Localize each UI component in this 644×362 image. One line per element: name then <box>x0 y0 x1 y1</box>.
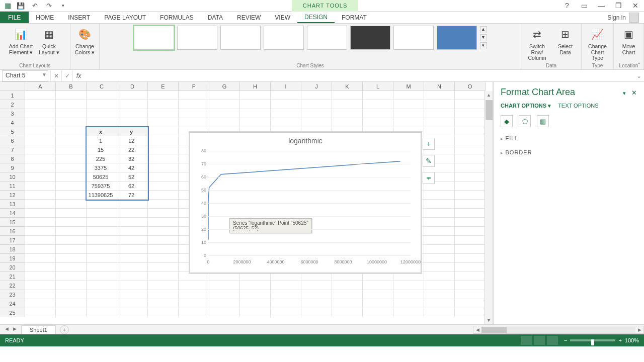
cell[interactable] <box>87 218 117 227</box>
cell[interactable] <box>87 281 117 290</box>
tab-home[interactable]: HOME <box>29 12 61 23</box>
cell[interactable] <box>148 118 179 127</box>
qat-customize-icon[interactable]: ▾ <box>57 0 68 11</box>
chart-style-1[interactable] <box>134 26 174 50</box>
scroll-right-icon[interactable]: ▶ <box>635 327 643 332</box>
style-gallery-expand[interactable]: ▾ <box>480 42 487 49</box>
cell[interactable] <box>455 163 486 172</box>
cell[interactable] <box>87 272 117 281</box>
cell[interactable] <box>87 109 117 118</box>
cell[interactable] <box>363 281 393 290</box>
cell[interactable] <box>179 100 209 109</box>
chart-style-5[interactable] <box>307 26 347 50</box>
cell[interactable] <box>332 109 363 118</box>
row-header[interactable]: 24 <box>0 299 25 308</box>
cell[interactable] <box>87 200 117 209</box>
cell[interactable] <box>455 227 486 236</box>
cell[interactable] <box>271 299 301 308</box>
cell[interactable] <box>179 109 209 118</box>
cell[interactable] <box>25 236 56 245</box>
tab-review[interactable]: REVIEW <box>230 12 268 23</box>
row-header[interactable]: 17 <box>0 236 25 245</box>
cell[interactable] <box>117 308 148 317</box>
cell[interactable] <box>363 290 393 299</box>
cell[interactable] <box>363 308 393 317</box>
cell[interactable] <box>56 308 87 317</box>
cell[interactable] <box>271 91 301 100</box>
scroll-left-icon[interactable]: ◀ <box>473 327 481 332</box>
cell[interactable] <box>117 281 148 290</box>
cell[interactable] <box>56 172 87 182</box>
column-header[interactable]: N <box>424 82 455 91</box>
row-header[interactable]: 12 <box>0 191 25 200</box>
normal-view-button[interactable] <box>521 336 532 345</box>
cell[interactable] <box>455 281 486 290</box>
cell[interactable] <box>148 191 179 200</box>
cell[interactable] <box>117 227 148 236</box>
cell[interactable] <box>25 127 56 136</box>
cell[interactable] <box>455 218 486 227</box>
cell[interactable] <box>301 100 332 109</box>
cell[interactable] <box>424 245 455 254</box>
sheet-tab[interactable]: Sheet1 <box>21 325 56 334</box>
cell[interactable] <box>56 163 87 172</box>
tab-data[interactable]: DATA <box>201 12 230 23</box>
cell[interactable] <box>424 290 455 299</box>
cell[interactable] <box>179 299 209 308</box>
cell[interactable] <box>455 200 486 209</box>
cell[interactable] <box>301 272 332 281</box>
cell[interactable] <box>393 118 424 127</box>
row-header[interactable]: 6 <box>0 136 25 145</box>
effects-icon[interactable]: ⬠ <box>519 115 531 127</box>
switch-row-column-button[interactable]: ⇄ Switch Row/ Column <box>525 26 550 61</box>
cell[interactable] <box>424 91 455 100</box>
cell[interactable] <box>393 290 424 299</box>
insert-function-icon[interactable]: fx <box>72 70 85 81</box>
select-data-button[interactable]: ⊞ Select Data <box>553 26 578 55</box>
row-header[interactable]: 19 <box>0 254 25 263</box>
cell[interactable] <box>332 299 363 308</box>
cell[interactable] <box>87 209 117 218</box>
cell[interactable] <box>209 100 240 109</box>
redo-icon[interactable]: ↷ <box>43 0 54 11</box>
undo-icon[interactable]: ↶ <box>29 0 40 11</box>
cell[interactable] <box>56 236 87 245</box>
cell[interactable] <box>148 136 179 145</box>
cell[interactable] <box>25 281 56 290</box>
tab-page-layout[interactable]: PAGE LAYOUT <box>97 12 153 23</box>
row-header[interactable]: 9 <box>0 163 25 172</box>
cell[interactable] <box>455 272 486 281</box>
cell[interactable] <box>87 227 117 236</box>
column-header[interactable]: J <box>301 82 332 91</box>
name-box[interactable]: Chart 5 ▼ <box>2 70 48 81</box>
cell[interactable] <box>56 281 87 290</box>
cell[interactable] <box>148 109 179 118</box>
cell[interactable] <box>87 100 117 109</box>
cell[interactable] <box>87 91 117 100</box>
cell[interactable] <box>455 182 486 191</box>
row-header[interactable]: 23 <box>0 290 25 299</box>
cell[interactable] <box>455 109 486 118</box>
column-header[interactable]: L <box>363 82 393 91</box>
formula-input[interactable] <box>85 70 634 81</box>
cell[interactable] <box>424 272 455 281</box>
collapse-ribbon-button[interactable]: ⌃ <box>637 62 641 67</box>
cell[interactable] <box>117 254 148 263</box>
cell[interactable] <box>25 109 56 118</box>
cell[interactable] <box>424 200 455 209</box>
sheet-nav-prev[interactable]: ◀ <box>3 326 10 333</box>
cell[interactable] <box>87 118 117 127</box>
cell[interactable] <box>25 154 56 163</box>
cell[interactable] <box>271 272 301 281</box>
chart-style-3[interactable] <box>220 26 261 50</box>
cell[interactable] <box>240 118 271 127</box>
ribbon-display-button[interactable]: ▭ <box>576 0 593 11</box>
cell[interactable] <box>455 118 486 127</box>
cell[interactable] <box>179 272 209 281</box>
cell[interactable] <box>301 118 332 127</box>
cell[interactable] <box>455 308 486 317</box>
cell[interactable] <box>455 91 486 100</box>
cell[interactable] <box>56 290 87 299</box>
cell[interactable] <box>25 145 56 154</box>
worksheet-grid[interactable]: ABCDEFGHIJKLMNO 123456789101112131415161… <box>0 82 493 324</box>
